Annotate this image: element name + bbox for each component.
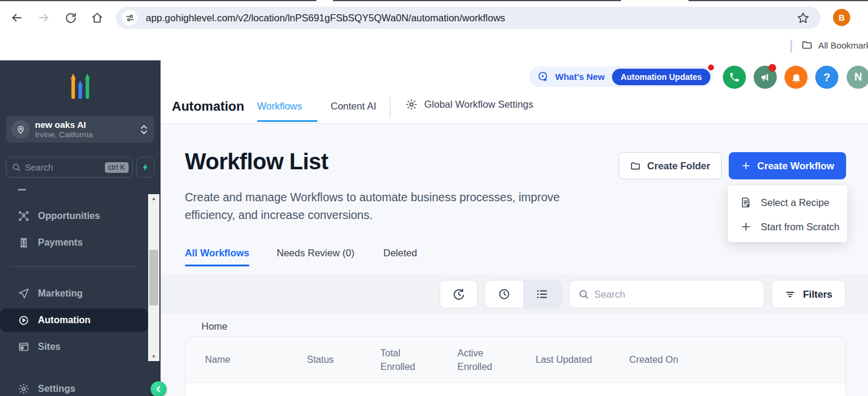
bookmark-star-icon[interactable] (796, 11, 810, 25)
browser-home-button[interactable] (88, 8, 107, 27)
sidebar-item-sites[interactable]: Sites (0, 336, 148, 358)
sidebar-search-input[interactable] (25, 162, 105, 172)
scroll-down-arrow[interactable]: ▼ (148, 352, 159, 361)
tab-workflows[interactable]: Workflows (257, 101, 302, 112)
dropdown-item-label: Start from Scratch (761, 221, 840, 233)
site-settings-icon[interactable] (122, 10, 137, 25)
whats-new-pill[interactable]: What's New Automation Updates (529, 66, 713, 87)
payments-icon (18, 237, 30, 249)
whats-new-label: What's New (555, 72, 605, 82)
sidebar-item-marketing[interactable]: Marketing (0, 282, 148, 305)
sidebar-item-opportunities[interactable]: Opportunities (0, 205, 148, 227)
global-workflow-settings-link[interactable]: Global Workflow Settings (405, 98, 533, 111)
page-section-title: Automation (172, 99, 244, 114)
megaphone-icon (760, 72, 771, 83)
tab-all-workflows[interactable]: All Workflows (185, 247, 249, 259)
sidebar-item-settings[interactable]: Settings (0, 378, 148, 396)
all-bookmarks-button[interactable]: All Bookmarks (801, 39, 868, 51)
sidebar-divider (11, 266, 137, 267)
quick-actions-button[interactable] (136, 157, 155, 178)
workflow-table: Name Status TotalEnrolled ActiveEnrolled… (185, 336, 846, 396)
time-view-toggle[interactable] (485, 281, 523, 308)
browser-chrome: app.gohighlevel.com/v2/location/lnPS691g… (0, 0, 868, 37)
sidebar-search[interactable]: ctrl K (6, 157, 133, 178)
bookmarks-divider (790, 40, 792, 53)
browser-profile-avatar[interactable]: B (833, 9, 850, 26)
help-button[interactable]: ? (815, 66, 838, 89)
phone-button[interactable] (723, 66, 746, 89)
plus-icon (740, 221, 752, 233)
browser-forward-button[interactable] (34, 8, 53, 27)
dropdown-item-label: Select a Recipe (761, 197, 829, 208)
sidebar-item-label: Opportunities (38, 211, 100, 221)
breadcrumb-home[interactable]: Home (201, 321, 228, 332)
folder-icon (801, 39, 813, 51)
address-bar[interactable]: app.gohighlevel.com/v2/location/lnPS691g… (116, 7, 821, 29)
tab-deleted[interactable]: Deleted (383, 247, 417, 259)
location-city: Irvine, California (35, 130, 140, 140)
notifications-button[interactable] (784, 66, 808, 89)
opportunities-icon (18, 210, 30, 222)
active-tab-underline (185, 265, 249, 266)
create-workflow-button[interactable]: Create Workflow (729, 152, 846, 179)
column-header-name: Name (205, 355, 307, 365)
window-top-edge (0, 0, 868, 1)
filter-icon (784, 289, 796, 300)
sidebar-collapse-button[interactable] (150, 381, 166, 396)
sidebar-item-payments[interactable]: Payments (0, 231, 148, 254)
bookmarks-bar: All Bookmarks (0, 37, 868, 56)
app-sidebar: new oaks AI Irvine, California ctrl K Op… (0, 60, 161, 396)
gohighlevel-logo (66, 72, 95, 100)
workflow-search[interactable] (569, 280, 764, 308)
column-header-status: Status (307, 355, 380, 365)
keyboard-shortcut-badge: ctrl K (105, 162, 129, 173)
page-title: Workflow List (185, 149, 328, 175)
tab-needs-review[interactable]: Needs Review (0) (277, 247, 354, 259)
view-toggle (485, 280, 562, 308)
sidebar-item-automation[interactable]: Automation (0, 308, 148, 332)
column-header-active-enrolled: ActiveEnrolled (457, 346, 536, 374)
sidebar-item-label: Marketing (38, 288, 83, 299)
sidebar-item-label: Automation (38, 315, 91, 326)
scroll-up-arrow[interactable]: ▲ (148, 194, 159, 203)
user-avatar[interactable]: N (847, 66, 868, 89)
location-name: new oaks AI (35, 120, 140, 130)
partial-menu-item (18, 189, 26, 191)
all-bookmarks-label: All Bookmarks (818, 40, 868, 50)
marketing-icon (18, 288, 30, 300)
question-mark-icon: ? (824, 71, 831, 84)
filters-label: Filters (803, 289, 832, 300)
workflow-search-input[interactable] (594, 289, 764, 300)
folder-icon (630, 160, 641, 172)
logo-arrows (71, 73, 90, 99)
browser-back-button[interactable] (7, 8, 26, 27)
tab-content-ai[interactable]: Content AI (331, 101, 376, 112)
create-folder-button[interactable]: Create Folder (619, 152, 722, 179)
browser-menu-icon[interactable]: ⋮ (864, 12, 868, 24)
sidebar-scrollbar[interactable]: ▲ ▼ (148, 194, 159, 361)
enrollment-history-button[interactable] (440, 280, 478, 308)
search-icon (12, 163, 21, 172)
back-arrow-icon (10, 11, 23, 24)
search-icon (578, 289, 589, 300)
automation-updates-badge[interactable]: Automation Updates (612, 69, 711, 85)
clock-icon (498, 288, 511, 301)
url-text[interactable]: app.gohighlevel.com/v2/location/lnPS691g… (146, 12, 796, 24)
dropdown-item-select-recipe[interactable]: Select a Recipe (728, 191, 847, 214)
lightning-bolt-icon (141, 162, 150, 172)
list-icon (536, 288, 549, 301)
scrollbar-thumb[interactable] (149, 250, 158, 305)
browser-refresh-button[interactable] (61, 8, 80, 27)
phone-icon (729, 72, 740, 83)
list-view-toggle[interactable] (523, 281, 562, 308)
location-pin-icon (11, 120, 30, 139)
active-tab-underline (257, 120, 318, 122)
table-header-row: Name Status TotalEnrolled ActiveEnrolled… (185, 337, 845, 383)
sidebar-item-label: Settings (38, 384, 75, 394)
location-switcher[interactable]: new oaks AI Irvine, California (6, 116, 154, 143)
chevron-left-icon (154, 385, 163, 394)
filters-button[interactable]: Filters (771, 280, 845, 308)
dropdown-item-start-from-scratch[interactable]: Start from Scratch (728, 215, 847, 239)
automation-icon (18, 314, 30, 326)
create-workflow-label: Create Workflow (757, 160, 834, 172)
